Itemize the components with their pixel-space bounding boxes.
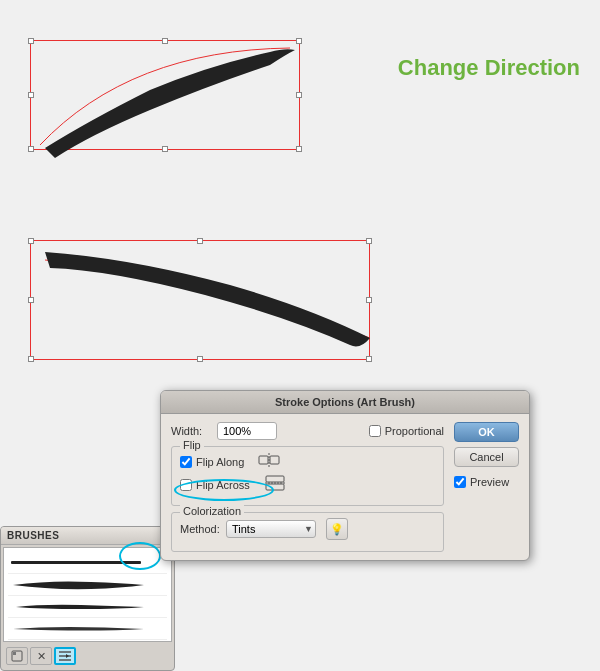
method-label: Method: — [180, 523, 220, 535]
svg-rect-5 — [259, 456, 268, 464]
brushes-toolbar: ✕ — [1, 644, 174, 668]
tip-button[interactable]: 💡 — [326, 518, 348, 540]
flip-across-row: Flip Across — [180, 475, 435, 494]
colorization-section: Colorization Method: None Tints Tints an… — [171, 512, 444, 552]
tip-icon: 💡 — [330, 523, 344, 536]
bottom-brush-stroke — [30, 230, 410, 390]
colorization-section-label: Colorization — [180, 505, 244, 517]
proportional-checkbox[interactable] — [369, 425, 381, 437]
brush-item-1[interactable] — [8, 552, 167, 574]
svg-rect-6 — [270, 456, 279, 464]
flip-along-label[interactable]: Flip Along — [180, 456, 244, 468]
flip-across-checkbox[interactable] — [180, 479, 192, 491]
flip-across-icon — [264, 475, 286, 494]
brushes-list — [3, 547, 172, 642]
preview-checkbox[interactable] — [454, 476, 466, 488]
width-input[interactable] — [217, 422, 277, 440]
dialog-body: Width: Proportional Flip — [161, 414, 529, 560]
flip-section-label: Flip — [180, 439, 204, 451]
brush-stroke-thin — [11, 561, 141, 564]
new-brush-button[interactable] — [6, 647, 28, 665]
svg-rect-9 — [266, 484, 284, 490]
flip-along-icon — [258, 452, 280, 471]
svg-rect-8 — [266, 476, 284, 482]
delete-brush-button[interactable]: ✕ — [30, 647, 52, 665]
flip-along-row: Flip Along — [180, 452, 435, 471]
preview-text: Preview — [470, 476, 509, 488]
brushes-panel-title: BRUSHES — [1, 527, 174, 545]
brush-item-3[interactable] — [8, 596, 167, 618]
brushes-panel: BRUSHES — [0, 526, 175, 671]
proportional-text: Proportional — [385, 425, 444, 437]
brush-stroke-art — [11, 622, 146, 636]
brush-item-4[interactable] — [8, 618, 167, 640]
width-label: Width: — [171, 425, 211, 437]
method-select-wrapper: None Tints Tints and Shades Hue Shift ▼ — [226, 520, 316, 538]
top-shape-area — [30, 30, 320, 190]
top-brush-stroke — [30, 30, 320, 190]
svg-rect-1 — [13, 652, 16, 655]
bottom-shape-area — [30, 230, 400, 390]
flip-section: Flip Flip Along — [171, 446, 444, 506]
preview-label[interactable]: Preview — [454, 476, 519, 488]
flip-along-text: Flip Along — [196, 456, 244, 468]
change-direction-text: Change Direction — [398, 55, 580, 81]
flip-across-label[interactable]: Flip Across — [180, 479, 250, 491]
cancel-button[interactable]: Cancel — [454, 447, 519, 467]
stroke-options-dialog: Stroke Options (Art Brush) Width: Propor… — [160, 390, 530, 561]
method-row: Method: None Tints Tints and Shades Hue … — [180, 518, 435, 540]
method-select[interactable]: None Tints Tints and Shades Hue Shift — [226, 520, 316, 538]
dialog-main: Width: Proportional Flip — [171, 422, 444, 552]
ok-button[interactable]: OK — [454, 422, 519, 442]
flip-along-checkbox[interactable] — [180, 456, 192, 468]
brush-stroke-medium — [11, 576, 146, 594]
brush-stroke-tapered — [11, 598, 146, 616]
brush-options-button[interactable] — [54, 647, 76, 665]
canvas-area: Change Direction BRUSHES — [0, 0, 600, 671]
proportional-label: Proportional — [369, 425, 444, 437]
flip-across-text: Flip Across — [196, 479, 250, 491]
brush-item-2[interactable] — [8, 574, 167, 596]
dialog-buttons: OK Cancel Preview — [454, 422, 519, 552]
dialog-titlebar: Stroke Options (Art Brush) — [161, 391, 529, 414]
width-row: Width: Proportional — [171, 422, 444, 440]
delete-icon: ✕ — [37, 650, 46, 663]
